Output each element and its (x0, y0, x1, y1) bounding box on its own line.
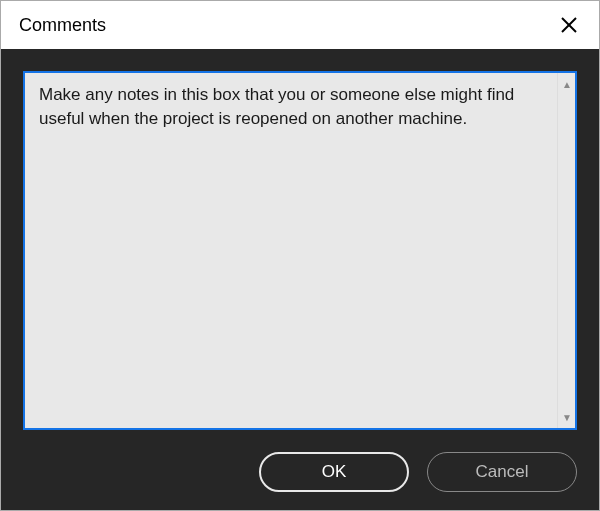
comments-dialog: Comments Make any notes in this box that… (0, 0, 600, 511)
comments-textarea[interactable]: Make any notes in this box that you or s… (25, 73, 557, 428)
button-row: OK Cancel (23, 452, 577, 492)
close-icon (560, 16, 578, 34)
comments-textarea-container: Make any notes in this box that you or s… (23, 71, 577, 430)
scroll-up-icon: ▲ (558, 75, 576, 93)
titlebar: Comments (1, 1, 599, 49)
ok-button[interactable]: OK (259, 452, 409, 492)
close-button[interactable] (555, 11, 583, 39)
dialog-body: Make any notes in this box that you or s… (1, 49, 599, 510)
scrollbar[interactable]: ▲ ▼ (557, 73, 575, 428)
cancel-button[interactable]: Cancel (427, 452, 577, 492)
dialog-title: Comments (19, 15, 106, 36)
scroll-down-icon: ▼ (558, 408, 576, 426)
